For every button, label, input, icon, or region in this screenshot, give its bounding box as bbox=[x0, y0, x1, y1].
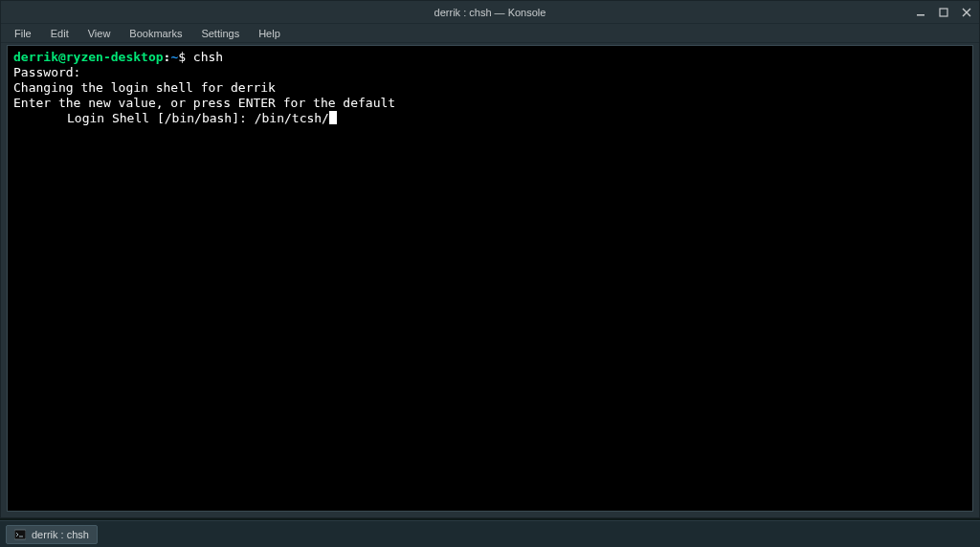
terminal-view[interactable]: derrik@ryzen-desktop:~$ chsh Password: C… bbox=[7, 45, 973, 512]
svg-rect-1 bbox=[940, 9, 947, 16]
maximize-button[interactable] bbox=[937, 6, 950, 19]
entered-command: chsh bbox=[186, 50, 223, 64]
titlebar[interactable]: derrik : chsh — Konsole bbox=[1, 1, 979, 24]
svg-rect-3 bbox=[19, 536, 23, 536]
close-button[interactable] bbox=[960, 6, 973, 19]
user-input: /bin/tcsh/ bbox=[255, 111, 329, 125]
terminal-icon bbox=[14, 529, 26, 540]
menubar: File Edit View Bookmarks Settings Help bbox=[1, 24, 979, 43]
menu-help[interactable]: Help bbox=[251, 26, 288, 41]
taskbar-item-label: derrik : chsh bbox=[32, 529, 89, 540]
menu-view[interactable]: View bbox=[80, 26, 119, 41]
output-login-prompt: Login Shell [/bin/bash]: bbox=[67, 111, 255, 125]
konsole-window: derrik : chsh — Konsole File Edit View B… bbox=[0, 0, 980, 518]
menu-bookmarks[interactable]: Bookmarks bbox=[122, 26, 189, 41]
menu-settings[interactable]: Settings bbox=[193, 26, 247, 41]
menu-file[interactable]: File bbox=[7, 26, 39, 41]
taskbar-item-konsole[interactable]: derrik : chsh bbox=[6, 525, 98, 544]
minimize-button[interactable] bbox=[914, 6, 927, 19]
svg-rect-2 bbox=[14, 530, 26, 539]
prompt-userhost: derrik@ryzen-desktop bbox=[13, 50, 164, 64]
menu-edit[interactable]: Edit bbox=[43, 26, 77, 41]
window-controls bbox=[914, 1, 973, 23]
output-changing: Changing the login shell for derrik bbox=[13, 80, 276, 95]
taskbar: derrik : chsh bbox=[0, 520, 980, 547]
prompt-symbol: $ bbox=[178, 50, 186, 64]
svg-rect-0 bbox=[917, 14, 924, 16]
cursor-block bbox=[329, 111, 337, 124]
output-password: Password: bbox=[13, 65, 80, 79]
window-title: derrik : chsh — Konsole bbox=[434, 7, 546, 18]
output-enter: Enter the new value, or press ENTER for … bbox=[13, 96, 395, 110]
